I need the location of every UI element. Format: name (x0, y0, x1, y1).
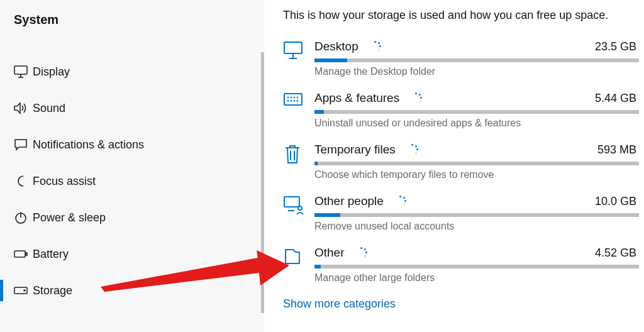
sidebar-item-sound[interactable]: Sound (0, 90, 264, 126)
category-description: Manage the Desktop folder (314, 66, 639, 77)
sidebar-item-notifications[interactable]: Notifications & actions (0, 126, 264, 163)
category-size: 10.0 GB (595, 195, 636, 208)
comment-icon (14, 138, 33, 151)
moon-icon (14, 175, 33, 187)
speaker-icon (14, 102, 33, 114)
sidebar-item-label: Power & sleep (33, 211, 106, 224)
svg-rect-6 (14, 251, 25, 257)
usage-bar (314, 213, 639, 217)
usage-bar (314, 265, 639, 268)
sidebar-title: System (0, 13, 264, 27)
category-size: 5.44 GB (595, 92, 636, 105)
sidebar: System Display Sound Notifications & act… (0, 0, 264, 332)
intro-text: This is how your storage is used and how… (283, 9, 644, 22)
loading-spinner-icon (407, 144, 418, 155)
category-title: Apps & features (314, 91, 399, 105)
svg-point-16 (294, 97, 295, 98)
storage-category-temporary[interactable]: Temporary files 593 MB Choose which temp… (283, 143, 644, 180)
sidebar-item-focus-assist[interactable]: Focus assist (0, 163, 264, 199)
sidebar-item-label: Sound (33, 102, 65, 115)
svg-rect-7 (26, 253, 27, 255)
usage-bar-fill (314, 265, 321, 268)
main-content: This is how your storage is used and how… (264, 0, 644, 332)
trash-icon (283, 143, 314, 164)
category-size: 4.52 GB (595, 246, 636, 260)
storage-category-apps[interactable]: Apps & features 5.44 GB Uninstall unused… (283, 91, 644, 129)
battery-icon (14, 250, 33, 258)
category-size: 593 MB (597, 143, 636, 157)
nav-list: Display Sound Notifications & actions Fo… (0, 53, 264, 309)
sidebar-item-power-sleep[interactable]: Power & sleep (0, 199, 264, 236)
category-description: Manage other large folders (314, 272, 639, 284)
sidebar-item-battery[interactable]: Battery (0, 236, 264, 272)
category-title: Other people (314, 194, 384, 208)
drive-icon (14, 286, 33, 295)
sidebar-item-display[interactable]: Display (0, 53, 264, 90)
usage-bar-fill (314, 110, 324, 114)
sidebar-item-label: Storage (33, 284, 72, 297)
svg-point-18 (288, 101, 289, 101)
sidebar-item-label: Focus assist (33, 175, 96, 188)
svg-marker-3 (14, 103, 20, 113)
svg-rect-10 (284, 42, 302, 53)
category-size: 23.5 GB (595, 40, 636, 53)
sidebar-item-label: Notifications & actions (33, 138, 144, 152)
svg-point-15 (291, 97, 292, 98)
svg-point-26 (298, 206, 302, 210)
svg-point-20 (294, 101, 295, 101)
category-description: Remove unused local accounts (314, 221, 639, 232)
svg-point-14 (288, 97, 289, 98)
storage-category-desktop[interactable]: Desktop 23.5 GB Manage the Desktop folde… (283, 40, 644, 77)
category-title: Temporary files (314, 143, 396, 157)
loading-spinner-icon (356, 247, 367, 258)
category-description: Uninstall unused or undesired apps & fea… (314, 118, 639, 129)
sidebar-item-storage[interactable]: Storage (0, 272, 264, 309)
svg-rect-24 (284, 197, 299, 207)
keyboard-icon (283, 91, 314, 106)
sidebar-item-label: Display (33, 65, 70, 79)
svg-rect-13 (284, 94, 302, 105)
usage-bar (314, 58, 639, 62)
svg-rect-0 (14, 66, 27, 74)
usage-bar (314, 162, 639, 165)
usage-bar-fill (314, 58, 347, 62)
usage-bar-fill (314, 162, 318, 165)
category-title: Desktop (314, 40, 358, 53)
loading-spinner-icon (370, 41, 381, 52)
show-more-link[interactable]: Show more categories (283, 297, 644, 311)
loading-spinner-icon (411, 92, 422, 104)
folder-icon (283, 246, 314, 266)
desktop-icon (283, 40, 314, 60)
sidebar-item-label: Battery (33, 248, 69, 261)
category-description: Choose which temporary files to remove (314, 169, 639, 180)
storage-category-other-people[interactable]: Other people 10.0 GB Remove unused local… (283, 194, 644, 232)
usage-bar (314, 110, 639, 114)
storage-category-other[interactable]: Other 4.52 GB Manage other large folders (283, 246, 644, 284)
monitor-icon (14, 65, 33, 78)
svg-point-17 (297, 97, 298, 98)
monitor-person-icon (283, 194, 314, 214)
usage-bar-fill (314, 213, 340, 217)
storage-category-list: Desktop 23.5 GB Manage the Desktop folde… (283, 40, 644, 284)
power-icon (14, 211, 33, 224)
svg-point-9 (24, 290, 25, 291)
loading-spinner-icon (395, 196, 406, 207)
svg-point-19 (291, 101, 292, 101)
svg-point-21 (297, 101, 298, 101)
category-title: Other (314, 246, 345, 260)
